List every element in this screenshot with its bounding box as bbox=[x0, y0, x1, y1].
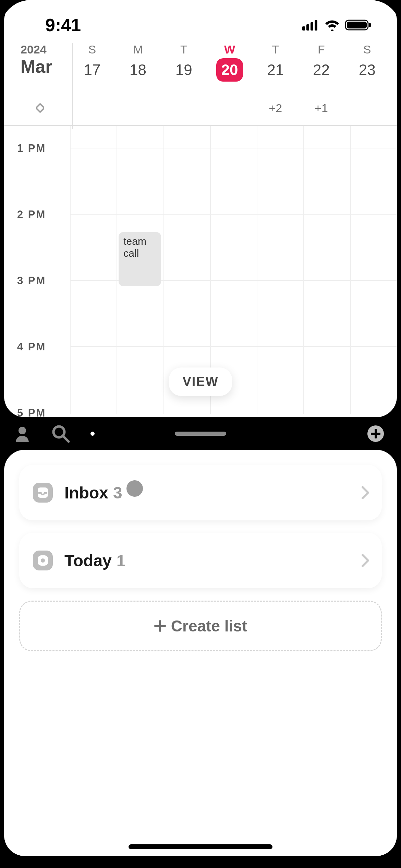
count-sat bbox=[344, 91, 390, 125]
time-column: 1 PM 2 PM 3 PM 4 PM 5 PM bbox=[4, 126, 70, 414]
year-month[interactable]: 2024 Mar bbox=[11, 43, 69, 77]
dnum: 18 bbox=[125, 58, 151, 82]
time-1pm: 1 PM bbox=[4, 126, 70, 208]
expand-toggle[interactable] bbox=[11, 91, 69, 125]
count-sun bbox=[69, 91, 115, 125]
svg-rect-0 bbox=[302, 26, 305, 31]
day-sat[interactable]: S 23 bbox=[344, 43, 390, 82]
wifi-icon bbox=[324, 19, 340, 31]
list-count: 1 bbox=[117, 551, 126, 570]
add-button[interactable] bbox=[367, 425, 384, 442]
dow: S bbox=[363, 43, 371, 56]
count-fri: +1 bbox=[299, 91, 344, 125]
dow: T bbox=[272, 43, 279, 56]
time-3pm: 3 PM bbox=[4, 275, 70, 341]
profile-icon[interactable] bbox=[14, 425, 31, 442]
week-header: 2024 Mar S 17 M 18 T 19 W 20 bbox=[4, 39, 397, 91]
grid-columns: team call bbox=[70, 126, 397, 414]
calendar-card: 9:41 2024 Mar S 17 M 18 bbox=[4, 0, 397, 417]
cellular-icon bbox=[302, 20, 319, 31]
event-team-call[interactable]: team call bbox=[119, 232, 161, 286]
status-bar: 9:41 bbox=[4, 0, 397, 39]
time-4pm: 4 PM bbox=[4, 341, 70, 407]
indicator-dot bbox=[90, 432, 95, 436]
dow: S bbox=[88, 43, 96, 56]
dnum: 17 bbox=[79, 58, 106, 82]
chevron-right-icon bbox=[361, 554, 369, 567]
today-icon bbox=[33, 551, 53, 570]
dnum: 23 bbox=[354, 58, 380, 82]
day-wed-selected[interactable]: W 20 bbox=[207, 43, 253, 82]
chevron-right-icon bbox=[361, 486, 369, 499]
counts-row: +2 +1 bbox=[4, 91, 397, 125]
list-count: 3 bbox=[113, 483, 122, 502]
day-thu[interactable]: T 21 bbox=[253, 43, 299, 82]
dnum: 19 bbox=[170, 58, 197, 82]
toolbar bbox=[0, 417, 401, 450]
dow: T bbox=[180, 43, 187, 56]
days-row: S 17 M 18 T 19 W 20 T 21 bbox=[69, 43, 390, 82]
search-icon[interactable] bbox=[51, 424, 70, 443]
notification-dot bbox=[126, 480, 143, 497]
list-item-today[interactable]: Today 1 bbox=[19, 533, 382, 588]
dow: F bbox=[318, 43, 325, 56]
svg-point-14 bbox=[41, 558, 45, 563]
lists-card: Inbox 3 Today 1 Create list bbox=[4, 450, 397, 856]
count-wed bbox=[207, 91, 253, 125]
status-icons bbox=[302, 19, 376, 31]
year-label: 2024 bbox=[21, 43, 69, 56]
list-item-inbox[interactable]: Inbox 3 bbox=[19, 465, 382, 520]
view-button[interactable]: VIEW bbox=[169, 367, 232, 396]
plus-icon bbox=[154, 620, 166, 632]
dnum: 20 bbox=[216, 58, 243, 82]
count-tue bbox=[161, 91, 207, 125]
day-mon[interactable]: M 18 bbox=[115, 43, 161, 82]
count-mon bbox=[115, 91, 161, 125]
inbox-icon bbox=[33, 483, 53, 503]
dow: W bbox=[224, 43, 235, 56]
day-tue[interactable]: T 19 bbox=[161, 43, 207, 82]
dnum: 22 bbox=[308, 58, 335, 82]
svg-rect-6 bbox=[369, 23, 371, 27]
drag-handle[interactable] bbox=[175, 432, 226, 436]
svg-rect-5 bbox=[347, 22, 367, 28]
dow: M bbox=[133, 43, 143, 56]
chevron-down-icon bbox=[36, 108, 44, 113]
list-label: Inbox bbox=[64, 483, 108, 502]
day-sun[interactable]: S 17 bbox=[69, 43, 115, 82]
list-label: Today bbox=[64, 551, 112, 570]
create-list-button[interactable]: Create list bbox=[19, 601, 382, 651]
status-time: 9:41 bbox=[25, 15, 81, 35]
svg-rect-1 bbox=[306, 24, 309, 31]
battery-icon bbox=[345, 19, 372, 31]
svg-point-7 bbox=[19, 427, 26, 434]
svg-line-9 bbox=[63, 436, 69, 442]
create-list-label: Create list bbox=[171, 617, 247, 635]
svg-rect-3 bbox=[315, 20, 317, 31]
time-5pm: 5 PM bbox=[4, 407, 70, 417]
home-indicator[interactable] bbox=[129, 844, 272, 849]
time-2pm: 2 PM bbox=[4, 208, 70, 275]
count-thu: +2 bbox=[253, 91, 299, 125]
chevron-up-icon bbox=[36, 103, 44, 108]
month-label: Mar bbox=[21, 56, 69, 77]
plus-icon bbox=[371, 429, 380, 438]
dnum: 21 bbox=[262, 58, 289, 82]
day-fri[interactable]: F 22 bbox=[299, 43, 344, 82]
svg-rect-2 bbox=[311, 22, 313, 31]
